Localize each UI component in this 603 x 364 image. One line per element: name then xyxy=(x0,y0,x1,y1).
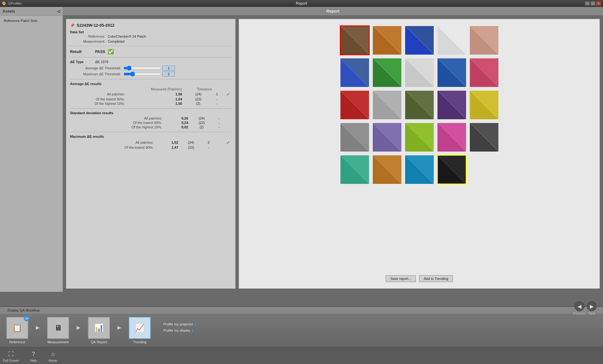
workflow-icon-qa report: 📊 xyxy=(88,317,110,339)
nav-arrows: ◀ Previous ▶ Next xyxy=(573,301,597,315)
help-label: Help xyxy=(30,359,37,362)
workflow-step-measurement[interactable]: 🖥Measurement xyxy=(47,317,69,344)
patch-10[interactable] xyxy=(469,58,499,88)
workflow-header: 🖥 Display QA Workflow xyxy=(0,307,603,314)
patch-9[interactable] xyxy=(437,58,467,88)
patch-14[interactable] xyxy=(437,90,467,120)
app-icon: 🎨 xyxy=(2,2,6,6)
maximum-threshold-slider[interactable] xyxy=(123,72,161,77)
patch-4[interactable] xyxy=(437,25,467,55)
patches-grid xyxy=(340,25,499,185)
patch-2[interactable] xyxy=(372,25,402,55)
footer: ⛶ Full Screen ? Help ⌂ Home xyxy=(0,347,603,364)
measurement-value: Completed xyxy=(108,40,124,43)
patch-6[interactable] xyxy=(340,58,370,88)
help-icon: ? xyxy=(29,349,39,359)
sidebar: Assets ◁ Reference Patch Sets xyxy=(0,7,63,292)
measurement-label: Measurement: xyxy=(70,40,108,43)
save-report-button[interactable]: Save report... xyxy=(386,275,416,282)
right-panel: Save report... Add to Trending xyxy=(239,19,600,289)
workflow-label-trending: Trending xyxy=(133,340,146,344)
window-title: Report xyxy=(296,1,307,6)
reference-label: Reference: xyxy=(70,35,108,38)
maximize-button[interactable]: □ xyxy=(590,1,595,6)
patch-12[interactable] xyxy=(372,90,402,120)
left-panel: 📌 S2243W-12-05-2012 Data Set Reference: … xyxy=(66,19,236,289)
patch-1[interactable] xyxy=(340,25,370,55)
fullscreen-button[interactable]: ⛶ Full Screen xyxy=(3,349,19,362)
data-set-label: Data Set xyxy=(70,30,231,34)
delta-type-label: ΔE Type xyxy=(70,60,95,64)
workflow-icon-measurement: 🖥 xyxy=(47,317,69,339)
fullscreen-label: Full Screen xyxy=(3,359,19,362)
sidebar-title: Assets xyxy=(3,9,15,13)
workflow-icon-reference: 📋24 xyxy=(6,317,28,339)
patch-7[interactable] xyxy=(372,58,402,88)
measured-header: Measured (Patches) xyxy=(126,87,183,91)
patch-17[interactable] xyxy=(372,122,402,152)
average-results-heading: Average ΔE results xyxy=(70,82,231,86)
std-dev-results-heading: Standard deviation results xyxy=(70,111,231,115)
patch-22[interactable] xyxy=(372,155,402,185)
home-icon: ⌂ xyxy=(48,349,58,359)
patch-15[interactable] xyxy=(469,90,499,120)
pin-icon: 📌 xyxy=(70,23,75,28)
patch-16[interactable] xyxy=(340,122,370,152)
average-threshold-input: 1 xyxy=(162,66,175,71)
previous-button[interactable]: ◀ xyxy=(574,301,584,311)
fullscreen-icon: ⛶ xyxy=(6,349,16,359)
patch-21[interactable] xyxy=(340,155,370,185)
next-label: Next xyxy=(589,312,595,315)
patch-18[interactable] xyxy=(405,122,434,152)
add-to-trending-button[interactable]: Add to Trending xyxy=(419,275,453,282)
help-button[interactable]: ? Help xyxy=(29,349,39,362)
workflow-step-trending[interactable]: 📈Trending xyxy=(129,317,151,344)
home-button[interactable]: ⌂ Home xyxy=(48,349,58,362)
close-button[interactable]: ✕ xyxy=(596,1,601,6)
patch-13[interactable] xyxy=(405,90,434,120)
app-title: i1Profiler xyxy=(8,2,22,5)
patch-20[interactable] xyxy=(469,122,499,152)
workflow-step-qa report[interactable]: 📊QA Report xyxy=(88,317,110,344)
max-results-heading: Maximum ΔE results xyxy=(70,135,231,138)
delta-type-value: ΔE 1976 xyxy=(95,60,108,64)
dataset-title: 📌 S2243W-12-05-2012 xyxy=(70,23,231,28)
average-threshold-row: Average ΔE Threshold: 1 xyxy=(70,66,231,71)
patch-3[interactable] xyxy=(405,25,434,55)
std-dev-results-table: All patches: 0,26 (24) - Of the lowest 9… xyxy=(70,116,231,129)
tolerance-header: Tolerance xyxy=(183,87,213,91)
patch-8[interactable] xyxy=(405,58,434,88)
workflow-arrow-0: ▶ xyxy=(36,324,40,330)
report-title: Report xyxy=(326,9,340,13)
workflow-title: Display QA Workflow xyxy=(8,308,40,312)
patch-19[interactable] xyxy=(437,122,467,152)
sidebar-header: Assets ◁ xyxy=(0,7,62,16)
next-button[interactable]: ▶ xyxy=(587,301,597,311)
patch-24[interactable] xyxy=(437,155,467,185)
workflow-label-measurement: Measurement xyxy=(47,340,68,344)
measurement-row: Measurement: Completed xyxy=(70,40,231,43)
minimize-button[interactable]: ─ xyxy=(585,1,590,6)
workflow-arrow-1: ▶ xyxy=(77,324,80,330)
patch-11[interactable] xyxy=(340,90,370,120)
collapse-icon[interactable]: ◁ xyxy=(57,9,60,13)
profile-option-profile-my-display[interactable]: Profile my displayℹ xyxy=(163,328,196,333)
workflow-label-reference: Reference xyxy=(9,340,25,344)
patch-5[interactable] xyxy=(469,25,499,55)
profile-option-profile-my-projector[interactable]: Profile my projectorℹ xyxy=(163,322,196,327)
previous-label: Previous xyxy=(573,312,585,315)
workflow-step-reference[interactable]: 📋24Reference xyxy=(6,317,28,344)
result-row: Result PASS ✅ xyxy=(70,49,231,55)
pass-icon: ✅ xyxy=(108,49,114,55)
result-label: Result xyxy=(70,50,95,54)
report-buttons: Save report... Add to Trending xyxy=(386,275,453,282)
info-icon: ℹ xyxy=(194,322,196,327)
workflow-label-qa report: QA Report xyxy=(91,340,107,344)
maximum-threshold-label: Maximum ΔE Threshold: xyxy=(70,72,123,76)
sidebar-item-reference-patch-sets[interactable]: Reference Patch Sets xyxy=(3,18,60,23)
workflow-icon-trending: 📈 xyxy=(129,317,151,339)
patch-23[interactable] xyxy=(405,155,434,185)
average-threshold-slider[interactable] xyxy=(123,66,161,71)
maximum-threshold-row: Maximum ΔE Threshold: 2 xyxy=(70,72,231,77)
reference-value: ColorChecker® 24 Patch xyxy=(108,35,146,38)
